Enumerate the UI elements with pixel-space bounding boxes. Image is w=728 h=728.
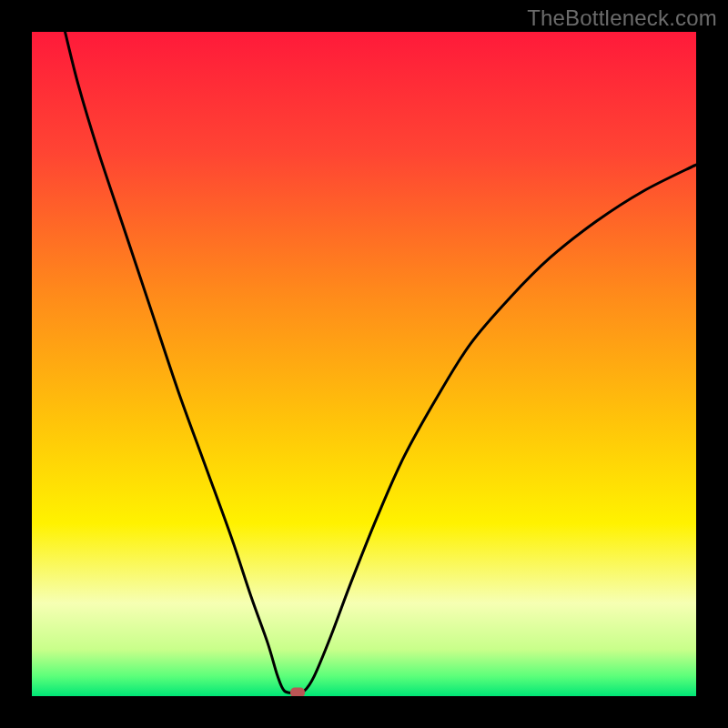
chart-frame: TheBottleneck.com <box>0 0 728 728</box>
plot-area <box>32 32 696 696</box>
bottleneck-curve <box>66 32 697 693</box>
watermark-text: TheBottleneck.com <box>527 5 717 31</box>
curve-layer <box>32 32 696 696</box>
optimal-marker <box>290 688 305 696</box>
